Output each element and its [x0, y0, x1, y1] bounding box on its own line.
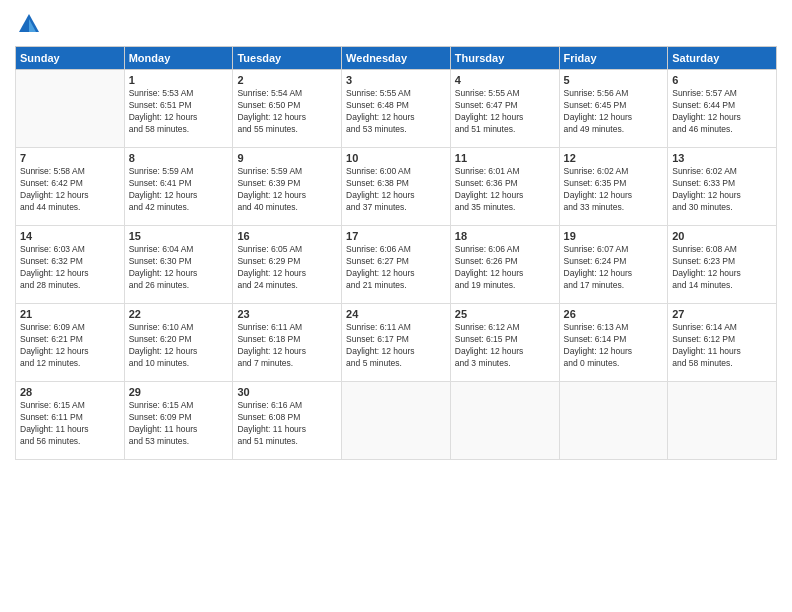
- day-number: 12: [564, 152, 664, 164]
- calendar-header-row: SundayMondayTuesdayWednesdayThursdayFrid…: [16, 47, 777, 70]
- calendar-cell: 1Sunrise: 5:53 AM Sunset: 6:51 PM Daylig…: [124, 70, 233, 148]
- day-info: Sunrise: 6:06 AM Sunset: 6:27 PM Dayligh…: [346, 244, 446, 292]
- day-number: 15: [129, 230, 229, 242]
- logo: [15, 10, 47, 38]
- header-friday: Friday: [559, 47, 668, 70]
- day-info: Sunrise: 6:14 AM Sunset: 6:12 PM Dayligh…: [672, 322, 772, 370]
- day-info: Sunrise: 6:11 AM Sunset: 6:18 PM Dayligh…: [237, 322, 337, 370]
- calendar-cell: 30Sunrise: 6:16 AM Sunset: 6:08 PM Dayli…: [233, 382, 342, 460]
- day-number: 13: [672, 152, 772, 164]
- header-thursday: Thursday: [450, 47, 559, 70]
- calendar-cell: 25Sunrise: 6:12 AM Sunset: 6:15 PM Dayli…: [450, 304, 559, 382]
- header-wednesday: Wednesday: [342, 47, 451, 70]
- day-number: 21: [20, 308, 120, 320]
- day-number: 18: [455, 230, 555, 242]
- calendar-cell: 3Sunrise: 5:55 AM Sunset: 6:48 PM Daylig…: [342, 70, 451, 148]
- calendar-cell: 21Sunrise: 6:09 AM Sunset: 6:21 PM Dayli…: [16, 304, 125, 382]
- day-info: Sunrise: 6:07 AM Sunset: 6:24 PM Dayligh…: [564, 244, 664, 292]
- calendar-body: 1Sunrise: 5:53 AM Sunset: 6:51 PM Daylig…: [16, 70, 777, 460]
- calendar-cell: 15Sunrise: 6:04 AM Sunset: 6:30 PM Dayli…: [124, 226, 233, 304]
- day-info: Sunrise: 5:58 AM Sunset: 6:42 PM Dayligh…: [20, 166, 120, 214]
- day-info: Sunrise: 6:11 AM Sunset: 6:17 PM Dayligh…: [346, 322, 446, 370]
- day-info: Sunrise: 6:10 AM Sunset: 6:20 PM Dayligh…: [129, 322, 229, 370]
- calendar-cell: 18Sunrise: 6:06 AM Sunset: 6:26 PM Dayli…: [450, 226, 559, 304]
- calendar-cell: [450, 382, 559, 460]
- logo-icon: [15, 10, 43, 38]
- day-info: Sunrise: 5:54 AM Sunset: 6:50 PM Dayligh…: [237, 88, 337, 136]
- day-number: 24: [346, 308, 446, 320]
- calendar-cell: 16Sunrise: 6:05 AM Sunset: 6:29 PM Dayli…: [233, 226, 342, 304]
- calendar-cell: 23Sunrise: 6:11 AM Sunset: 6:18 PM Dayli…: [233, 304, 342, 382]
- day-number: 2: [237, 74, 337, 86]
- day-number: 23: [237, 308, 337, 320]
- calendar-cell: 24Sunrise: 6:11 AM Sunset: 6:17 PM Dayli…: [342, 304, 451, 382]
- header-tuesday: Tuesday: [233, 47, 342, 70]
- day-info: Sunrise: 6:15 AM Sunset: 6:09 PM Dayligh…: [129, 400, 229, 448]
- calendar-cell: 13Sunrise: 6:02 AM Sunset: 6:33 PM Dayli…: [668, 148, 777, 226]
- day-number: 14: [20, 230, 120, 242]
- day-info: Sunrise: 6:02 AM Sunset: 6:35 PM Dayligh…: [564, 166, 664, 214]
- day-info: Sunrise: 6:02 AM Sunset: 6:33 PM Dayligh…: [672, 166, 772, 214]
- day-info: Sunrise: 6:16 AM Sunset: 6:08 PM Dayligh…: [237, 400, 337, 448]
- day-info: Sunrise: 6:15 AM Sunset: 6:11 PM Dayligh…: [20, 400, 120, 448]
- day-info: Sunrise: 5:55 AM Sunset: 6:47 PM Dayligh…: [455, 88, 555, 136]
- day-info: Sunrise: 5:53 AM Sunset: 6:51 PM Dayligh…: [129, 88, 229, 136]
- day-number: 26: [564, 308, 664, 320]
- day-number: 10: [346, 152, 446, 164]
- day-info: Sunrise: 6:04 AM Sunset: 6:30 PM Dayligh…: [129, 244, 229, 292]
- day-number: 7: [20, 152, 120, 164]
- day-info: Sunrise: 5:59 AM Sunset: 6:39 PM Dayligh…: [237, 166, 337, 214]
- calendar-cell: 7Sunrise: 5:58 AM Sunset: 6:42 PM Daylig…: [16, 148, 125, 226]
- calendar-cell: [342, 382, 451, 460]
- calendar-cell: 5Sunrise: 5:56 AM Sunset: 6:45 PM Daylig…: [559, 70, 668, 148]
- calendar-cell: 29Sunrise: 6:15 AM Sunset: 6:09 PM Dayli…: [124, 382, 233, 460]
- day-info: Sunrise: 6:03 AM Sunset: 6:32 PM Dayligh…: [20, 244, 120, 292]
- day-number: 11: [455, 152, 555, 164]
- header-saturday: Saturday: [668, 47, 777, 70]
- day-number: 3: [346, 74, 446, 86]
- calendar-cell: 8Sunrise: 5:59 AM Sunset: 6:41 PM Daylig…: [124, 148, 233, 226]
- day-number: 27: [672, 308, 772, 320]
- week-row-1: 7Sunrise: 5:58 AM Sunset: 6:42 PM Daylig…: [16, 148, 777, 226]
- day-number: 4: [455, 74, 555, 86]
- calendar-cell: 2Sunrise: 5:54 AM Sunset: 6:50 PM Daylig…: [233, 70, 342, 148]
- calendar-cell: [668, 382, 777, 460]
- day-number: 19: [564, 230, 664, 242]
- day-number: 22: [129, 308, 229, 320]
- day-info: Sunrise: 6:08 AM Sunset: 6:23 PM Dayligh…: [672, 244, 772, 292]
- calendar-table: SundayMondayTuesdayWednesdayThursdayFrid…: [15, 46, 777, 460]
- calendar-cell: 22Sunrise: 6:10 AM Sunset: 6:20 PM Dayli…: [124, 304, 233, 382]
- header-sunday: Sunday: [16, 47, 125, 70]
- day-info: Sunrise: 6:09 AM Sunset: 6:21 PM Dayligh…: [20, 322, 120, 370]
- day-info: Sunrise: 6:06 AM Sunset: 6:26 PM Dayligh…: [455, 244, 555, 292]
- calendar-cell: [16, 70, 125, 148]
- day-number: 28: [20, 386, 120, 398]
- day-info: Sunrise: 5:56 AM Sunset: 6:45 PM Dayligh…: [564, 88, 664, 136]
- week-row-2: 14Sunrise: 6:03 AM Sunset: 6:32 PM Dayli…: [16, 226, 777, 304]
- calendar-cell: 27Sunrise: 6:14 AM Sunset: 6:12 PM Dayli…: [668, 304, 777, 382]
- day-number: 25: [455, 308, 555, 320]
- calendar-cell: 11Sunrise: 6:01 AM Sunset: 6:36 PM Dayli…: [450, 148, 559, 226]
- week-row-4: 28Sunrise: 6:15 AM Sunset: 6:11 PM Dayli…: [16, 382, 777, 460]
- day-number: 6: [672, 74, 772, 86]
- day-number: 16: [237, 230, 337, 242]
- day-number: 29: [129, 386, 229, 398]
- day-number: 20: [672, 230, 772, 242]
- calendar-cell: 20Sunrise: 6:08 AM Sunset: 6:23 PM Dayli…: [668, 226, 777, 304]
- page-header: [15, 10, 777, 38]
- day-number: 8: [129, 152, 229, 164]
- calendar-cell: [559, 382, 668, 460]
- day-info: Sunrise: 5:57 AM Sunset: 6:44 PM Dayligh…: [672, 88, 772, 136]
- day-info: Sunrise: 6:05 AM Sunset: 6:29 PM Dayligh…: [237, 244, 337, 292]
- week-row-3: 21Sunrise: 6:09 AM Sunset: 6:21 PM Dayli…: [16, 304, 777, 382]
- day-info: Sunrise: 5:59 AM Sunset: 6:41 PM Dayligh…: [129, 166, 229, 214]
- day-info: Sunrise: 5:55 AM Sunset: 6:48 PM Dayligh…: [346, 88, 446, 136]
- day-number: 9: [237, 152, 337, 164]
- calendar-cell: 19Sunrise: 6:07 AM Sunset: 6:24 PM Dayli…: [559, 226, 668, 304]
- calendar-cell: 6Sunrise: 5:57 AM Sunset: 6:44 PM Daylig…: [668, 70, 777, 148]
- day-info: Sunrise: 6:00 AM Sunset: 6:38 PM Dayligh…: [346, 166, 446, 214]
- calendar-cell: 9Sunrise: 5:59 AM Sunset: 6:39 PM Daylig…: [233, 148, 342, 226]
- calendar-cell: 12Sunrise: 6:02 AM Sunset: 6:35 PM Dayli…: [559, 148, 668, 226]
- week-row-0: 1Sunrise: 5:53 AM Sunset: 6:51 PM Daylig…: [16, 70, 777, 148]
- day-info: Sunrise: 6:12 AM Sunset: 6:15 PM Dayligh…: [455, 322, 555, 370]
